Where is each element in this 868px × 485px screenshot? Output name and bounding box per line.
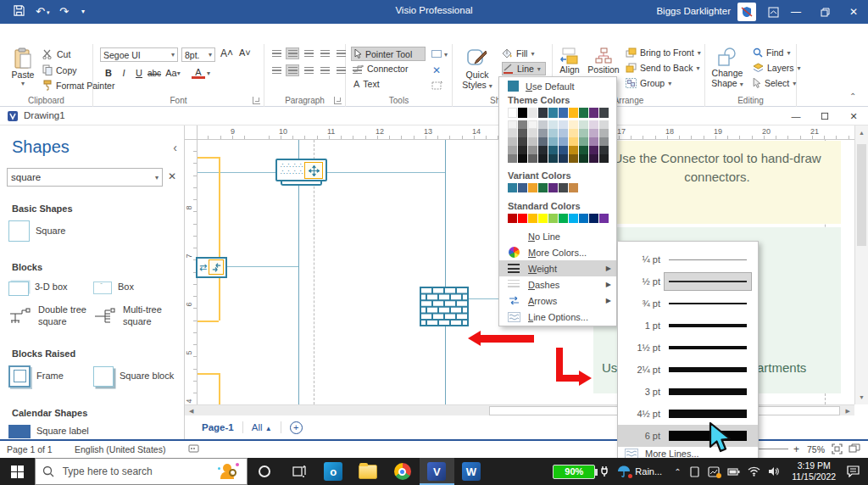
position-button[interactable]: Position [587,47,620,75]
color-swatch[interactable] [599,154,609,163]
color-swatch[interactable] [579,108,588,118]
bring-to-front-button[interactable]: Bring to Front▾ [626,47,701,58]
color-swatch[interactable] [548,183,558,192]
weight-option-1pt[interactable]: 1 pt [618,315,758,337]
weight-option-4½pt[interactable]: 4½ pt [618,403,758,425]
weight-option-6pt[interactable]: 6 pt [618,425,758,447]
action-center-icon[interactable] [838,458,868,485]
color-swatch[interactable] [508,183,517,192]
battery-widget[interactable]: 90% [553,465,609,479]
color-swatch[interactable] [589,120,598,129]
copy-button[interactable]: Copy [42,64,77,75]
tray-battery-icon[interactable] [727,467,740,477]
weather-widget[interactable]: Rain... [617,465,662,478]
section-header-basic-shapes[interactable]: Basic Shapes [12,203,185,214]
connection-point-tool-icon[interactable]: ✕ [429,64,444,76]
color-swatch[interactable] [559,154,568,163]
document-tab[interactable]: Drawing1 [24,110,65,120]
paragraph-align-top-icon[interactable] [270,47,283,59]
color-swatch[interactable] [589,214,598,223]
color-swatch[interactable] [548,214,558,223]
send-to-back-button[interactable]: Send to Back▾ [626,63,699,73]
page-tab[interactable]: Page-1 [202,422,234,432]
color-swatch[interactable] [569,214,578,223]
menu-item-arrows[interactable]: Arrows▶ [499,293,616,309]
shape-item-double-tree-square[interactable]: Double tree square [8,304,93,328]
color-swatch[interactable] [559,129,568,137]
visio-taskbar-icon[interactable]: V [420,458,454,485]
section-header-blocks[interactable]: Blocks [12,262,185,272]
color-swatch[interactable] [538,120,548,129]
shrink-font-button[interactable]: A˅ [239,47,251,58]
color-swatch[interactable] [559,146,568,154]
color-swatch[interactable] [518,214,527,223]
paragraph-bullets-icon[interactable] [318,47,331,59]
tray-device-icon[interactable] [689,466,700,477]
color-swatch[interactable] [559,137,568,146]
underline-button[interactable]: U [132,66,146,80]
color-swatch[interactable] [579,137,588,146]
speaker-icon[interactable] [768,466,780,477]
color-swatch[interactable] [518,137,527,146]
section-header-calendar-shapes[interactable]: Calendar Shapes [12,408,185,418]
select-button[interactable]: Select▾ [753,78,796,88]
zoom-in-button[interactable]: + [793,443,799,455]
shape-item-square-label[interactable]: Square label [8,425,93,438]
color-swatch[interactable] [559,183,568,192]
group-button[interactable]: Group▾ [626,78,671,88]
color-swatch[interactable] [538,108,548,118]
color-swatch[interactable] [528,146,537,154]
clear-search-icon[interactable]: ✕ [168,170,176,182]
menu-item-line-options[interactable]: Line Options... [499,309,616,325]
color-swatch[interactable] [599,120,609,129]
color-swatch[interactable] [569,120,578,129]
switch-windows-icon[interactable] [849,443,860,454]
color-swatch[interactable] [508,120,517,129]
color-swatch[interactable] [538,154,548,163]
shape-item-3-d-box[interactable]: 3-D box [8,279,93,296]
color-swatch[interactable] [508,214,517,223]
shape-control-handle[interactable] [209,259,224,275]
menu-item-no-line[interactable]: No Line [499,228,616,244]
layers-button[interactable]: Layers▾ [753,63,801,73]
avatar[interactable] [737,3,756,21]
line-button[interactable]: Line▾ [502,62,546,75]
account-name[interactable]: Biggs Darklighter [656,6,731,16]
find-button[interactable]: Find▾ [753,47,790,58]
outlook-icon[interactable]: o [316,458,351,485]
zoom-level[interactable]: 75% [807,444,825,454]
color-swatch[interactable] [538,137,548,146]
color-swatch[interactable] [538,129,548,137]
color-swatch[interactable] [518,129,527,137]
weight-option-¾pt[interactable]: ¾ pt [618,293,758,315]
align-button[interactable]: Align [556,47,583,75]
color-swatch[interactable] [508,129,517,137]
color-swatch[interactable] [599,108,609,118]
start-button[interactable] [0,458,35,485]
minimize-button[interactable]: — [782,0,810,24]
color-swatch[interactable] [579,154,588,163]
color-swatch[interactable] [538,183,548,192]
paragraph-align-left-icon[interactable] [270,64,283,76]
text-block-tool-icon[interactable] [429,79,444,92]
color-swatch[interactable] [518,120,527,129]
page-indicator[interactable]: Page 1 of 1 [7,444,53,454]
color-swatch[interactable] [538,214,548,223]
doc-restore-button[interactable] [810,107,839,125]
color-swatch[interactable] [538,146,548,154]
paste-button[interactable]: Paste ▾ [8,47,37,87]
section-header-blocks-raised[interactable]: Blocks Raised [12,348,185,359]
vertical-scrollbar[interactable]: ▲ ▼ [854,125,868,404]
change-case-button[interactable]: Aa▾ [163,66,183,80]
insert-page-button[interactable]: + [290,421,303,434]
color-swatch[interactable] [508,137,517,146]
paragraph-align-bottom-icon[interactable] [302,47,315,59]
color-swatch[interactable] [508,154,517,163]
color-swatch[interactable] [528,214,537,223]
color-swatch[interactable] [548,120,558,129]
paragraph-align-center-icon[interactable] [286,64,299,76]
shape-item-square[interactable]: Square [8,220,93,242]
tray-app-icon[interactable] [708,466,720,477]
color-swatch[interactable] [548,154,558,163]
paragraph-dialog-launcher-icon[interactable] [334,97,342,104]
